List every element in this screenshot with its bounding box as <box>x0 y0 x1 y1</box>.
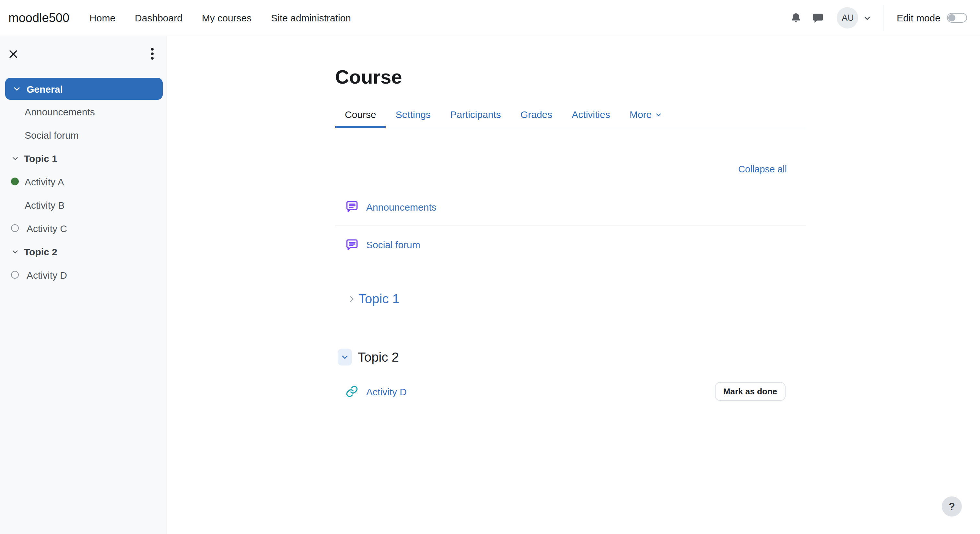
primary-nav: Home Dashboard My courses Site administr… <box>89 12 351 23</box>
edit-mode-toggle[interactable] <box>947 13 967 23</box>
activity-link-announcements[interactable]: Announcements <box>366 201 436 212</box>
index-item-social-forum[interactable]: Social forum <box>0 123 166 146</box>
topbar: moodle500 Home Dashboard My courses Site… <box>0 0 980 36</box>
section-title-topic-2: Topic 2 <box>358 350 399 364</box>
activity-link-social-forum[interactable]: Social forum <box>366 239 420 250</box>
index-item-general[interactable]: General <box>5 78 163 100</box>
tab-more-label: More <box>630 109 652 120</box>
index-item-label: Announcements <box>25 106 95 117</box>
chat-icon <box>813 12 824 24</box>
nav-my-courses[interactable]: My courses <box>202 12 251 23</box>
drawer-options-button[interactable] <box>143 45 161 63</box>
general-section-activities: Announcements Social forum <box>335 188 806 263</box>
tab-grades[interactable]: Grades <box>511 102 562 128</box>
tab-participants[interactable]: Participants <box>441 102 511 128</box>
completion-todo-circle <box>11 224 19 232</box>
index-item-activity-b[interactable]: Activity B <box>0 193 166 216</box>
expand-topic-1-button[interactable] <box>347 294 356 303</box>
page-title: Course <box>335 66 806 88</box>
notifications-button[interactable] <box>791 12 802 24</box>
index-item-label: Activity A <box>25 176 64 187</box>
chevron-down-icon <box>12 154 19 162</box>
chevron-down-icon <box>655 111 662 118</box>
index-item-activity-a[interactable]: Activity A <box>0 170 166 193</box>
completion-todo-circle <box>11 271 19 279</box>
collapse-topic-2-button[interactable] <box>338 349 352 366</box>
activity-row-announcements: Announcements <box>335 188 806 226</box>
index-item-label: Activity D <box>27 269 67 280</box>
index-item-label: Social forum <box>25 129 79 140</box>
course-content: Course Course Settings Participants Grad… <box>335 36 806 403</box>
index-item-topic-1[interactable]: Topic 1 <box>0 146 166 170</box>
index-item-activity-d[interactable]: Activity D <box>0 263 166 286</box>
messages-button[interactable] <box>813 12 824 24</box>
index-item-announcements[interactable]: Announcements <box>0 100 166 123</box>
nav-site-administration[interactable]: Site administration <box>271 12 351 23</box>
moodle-course-page: moodle500 Home Dashboard My courses Site… <box>0 0 980 534</box>
mark-as-done-button[interactable]: Mark as done <box>715 382 786 401</box>
index-item-label: General <box>27 83 63 94</box>
section-topic-2: Topic 2 <box>335 347 806 367</box>
nav-home[interactable]: Home <box>89 12 115 23</box>
user-menu-toggle[interactable] <box>864 14 872 22</box>
index-item-label: Topic 1 <box>24 153 57 164</box>
question-mark-icon: ? <box>948 501 955 512</box>
kebab-menu-icon <box>151 48 154 60</box>
course-index-drawer: General Announcements Social forum Topic… <box>0 36 167 534</box>
topbar-divider <box>883 5 884 31</box>
completion-done-dot <box>11 178 19 185</box>
section-title-topic-1[interactable]: Topic 1 <box>358 291 399 306</box>
course-tabs: Course Settings Participants Grades Acti… <box>335 102 806 128</box>
chevron-down-icon <box>341 353 349 361</box>
nav-dashboard[interactable]: Dashboard <box>135 12 183 23</box>
collapse-all-row: Collapse all <box>335 163 806 175</box>
close-drawer-button[interactable] <box>4 45 22 63</box>
index-item-topic-2[interactable]: Topic 2 <box>0 240 166 263</box>
activity-row-activity-d: Activity D Mark as done <box>335 380 806 403</box>
forum-icon <box>345 200 360 214</box>
tab-course[interactable]: Course <box>335 102 386 128</box>
site-brand[interactable]: moodle500 <box>8 11 69 25</box>
index-item-activity-c[interactable]: Activity C <box>0 216 166 240</box>
chevron-down-icon <box>12 248 19 255</box>
edit-mode-label: Edit mode <box>897 12 940 23</box>
activity-link-activity-d[interactable]: Activity D <box>366 386 407 397</box>
index-item-label: Activity C <box>27 222 67 234</box>
close-icon <box>8 49 18 59</box>
tab-settings[interactable]: Settings <box>386 102 441 128</box>
index-item-label: Topic 2 <box>24 246 57 257</box>
help-button[interactable]: ? <box>942 496 962 517</box>
toggle-knob <box>948 14 955 21</box>
link-icon <box>345 385 358 398</box>
edit-mode-control: Edit mode <box>897 12 967 23</box>
avatar[interactable]: AU <box>837 7 859 29</box>
bell-icon <box>791 12 802 24</box>
chevron-down-icon <box>864 14 872 22</box>
activity-row-social-forum: Social forum <box>335 226 806 263</box>
chevron-down-icon <box>13 85 21 93</box>
topbar-right: AU Edit mode <box>791 5 980 31</box>
course-index: General Announcements Social forum Topic… <box>0 36 166 286</box>
tab-more[interactable]: More <box>620 102 671 128</box>
chevron-right-icon <box>347 294 356 303</box>
index-item-label: Activity B <box>25 199 65 210</box>
section-topic-1: Topic 1 <box>335 289 806 308</box>
forum-icon <box>345 237 360 252</box>
tab-activities[interactable]: Activities <box>562 102 620 128</box>
collapse-all-link[interactable]: Collapse all <box>738 164 787 174</box>
